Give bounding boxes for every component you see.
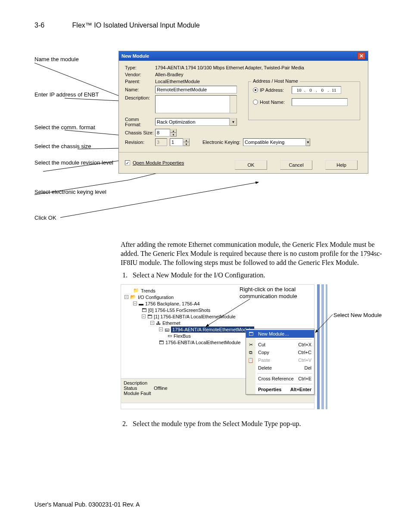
ctx-properties[interactable]: PropertiesAlt+Enter — [246, 386, 314, 393]
cut-icon: ✂ — [248, 342, 254, 348]
help-button[interactable]: Help — [325, 160, 358, 170]
ctx-delete[interactable]: DeleteDel — [246, 364, 314, 372]
cancel-button[interactable]: Cancel — [280, 160, 312, 170]
group-title: Address / Host Name — [251, 78, 300, 84]
callout-ip: Enter IP address of ENBT — [34, 91, 99, 98]
tree-node-backplane[interactable]: 1756 Backplane, 1756-A4 — [145, 301, 200, 306]
paste-icon: 📋 — [248, 357, 254, 363]
callout-name: Name the module — [34, 56, 79, 62]
tree-collapse-icon[interactable]: − — [142, 314, 146, 318]
tree-node-flexbus[interactable]: FlexBus — [174, 333, 191, 339]
step-1: 1. Select a New Module for the I/O Confi… — [134, 271, 388, 279]
callout-commfmt: Select the comm. format — [34, 124, 95, 131]
flexbus-icon: ▭ — [168, 333, 172, 339]
chevron-down-icon[interactable]: ▼ — [230, 118, 237, 126]
spin-up-icon[interactable]: ▲ — [183, 138, 190, 142]
label-chassis: Chassis Size: — [125, 130, 155, 135]
ctx-cut[interactable]: ✂ CutCtrl+X — [246, 341, 314, 348]
new-module-dialog: New Module ✕ Type: 1794-AENT/A 1794 10/1… — [118, 51, 368, 174]
tree-node-ioconfig[interactable]: I/O Configuration — [138, 295, 174, 300]
label-description: Description — [124, 380, 154, 386]
label-parent: Parent: — [125, 79, 155, 84]
svg-line-2 — [65, 130, 121, 135]
label-ip: IP Address: — [260, 87, 290, 93]
ctx-new-module[interactable]: 🗔 New Module… — [246, 330, 314, 338]
module-icon: 🗔 — [147, 314, 152, 319]
open-props-checkbox[interactable]: ✓ — [125, 160, 130, 165]
dialog-title: New Module — [121, 53, 149, 59]
ctx-copy[interactable]: ⧉ CopyCtrl+C — [246, 348, 314, 356]
rev-minor-spin[interactable]: ▲▼ — [170, 138, 190, 146]
controller-icon: 🗔 — [142, 308, 146, 313]
spin-down-icon[interactable]: ▼ — [183, 142, 190, 146]
backplane-icon: ▬ — [139, 301, 143, 306]
tree-node-ethernet[interactable]: Ethernet — [162, 320, 181, 326]
tree-node-l55[interactable]: [0] 1756-L55 ForScreenShots — [148, 308, 210, 313]
close-icon[interactable]: ✕ — [358, 53, 365, 59]
ethernet-icon: 🖧 — [156, 320, 161, 326]
label-description: Description: — [125, 95, 155, 100]
label-module-fault: Module Fault — [124, 391, 158, 396]
chassis-spin[interactable]: ▲▼ — [155, 129, 177, 137]
chevron-down-icon[interactable]: ▼ — [306, 138, 310, 146]
label-hostname: Host Name: — [260, 100, 290, 105]
commformat-combo[interactable]: ▼ — [155, 118, 237, 126]
callout-revision: Select the module revision level — [34, 159, 113, 166]
name-input[interactable] — [155, 86, 237, 93]
address-groupbox: Address / Host Name IP Address: 10. 0. 0… — [248, 81, 360, 120]
folder-open-icon: 📂 — [130, 294, 136, 300]
ctx-xref[interactable]: Cross ReferenceCtrl+E — [246, 375, 314, 383]
label-vendor: Vendor: — [125, 72, 155, 77]
label-name: Name: — [125, 87, 155, 92]
copy-icon: ⧉ — [248, 349, 254, 355]
value-type: 1794-AENT/A 1794 10/100 Mbps Ethernet Ad… — [155, 65, 362, 70]
tree-collapse-icon[interactable]: − — [125, 295, 128, 299]
ip-input[interactable]: 10. 0. 0. 11 — [292, 86, 341, 94]
dialog-titlebar: New Module ✕ — [119, 51, 368, 61]
value-status: Offline — [154, 386, 168, 391]
running-header: 3-6 Flex™ IO Isolated Universal Input Mo… — [34, 22, 381, 29]
label-commfmt: Comm Format: — [125, 117, 155, 127]
label-open-props: Open Module Properties — [133, 160, 184, 165]
radio-ip[interactable] — [253, 87, 258, 93]
label-status: Status — [124, 386, 154, 391]
page-footer: User's Manual Pub. 0300231-01 Rev. A — [34, 501, 381, 508]
label-type: Type: — [125, 65, 155, 70]
tree-collapse-icon[interactable]: − — [150, 321, 154, 325]
paragraph-after-dialog: After adding the remote Ethernet communi… — [121, 240, 388, 267]
value-vendor: Allen-Bradley — [155, 72, 362, 77]
label-revision: Revision: — [125, 140, 155, 145]
tree-node-aent-selected[interactable]: 1794-AENT/A RemoteEthernetModule — [171, 327, 254, 333]
page-title: Flex™ IO Isolated Universal Input Module — [72, 22, 200, 29]
ok-button[interactable]: OK — [235, 160, 267, 170]
tree-node-trends[interactable]: Trends — [141, 288, 156, 293]
spin-down-icon[interactable]: ▼ — [170, 133, 177, 137]
context-menu: 🗔 New Module… ✂ CutCtrl+X ⧉ CopyCtrl+C 📋… — [246, 329, 314, 395]
page-number: 3-6 — [34, 22, 44, 29]
tree-node-enbt2[interactable]: 1756-ENBT/A LocalEthernetModule — [165, 340, 240, 345]
radio-hostname[interactable] — [253, 100, 258, 105]
callout-ok: Click OK — [34, 215, 56, 221]
hostname-input[interactable] — [292, 98, 348, 106]
step-2: 2. Select the module type from the Selec… — [134, 420, 388, 428]
figure-new-module: Name the module Enter IP address of ENBT… — [34, 51, 379, 223]
callout-chassis: Select the chassis size — [34, 143, 91, 149]
ekey-combo[interactable]: ▼ — [243, 138, 308, 146]
tree-collapse-icon[interactable]: − — [133, 302, 137, 305]
adapter-icon: 🖴 — [165, 327, 169, 332]
tree-collapse-icon[interactable]: − — [159, 327, 163, 331]
decor-bars — [317, 284, 328, 409]
folder-icon: 📁 — [133, 288, 139, 293]
tree-node-enbt[interactable]: [1] 1756-ENBT/A LocalEthernetModule — [154, 314, 236, 319]
rev-major-input — [155, 138, 167, 146]
figure-tree-context: 📁Trends −📂I/O Configuration −▬1756 Backp… — [121, 284, 411, 411]
callout-ekey: Select electronic keying level — [34, 189, 106, 195]
ctx-paste: 📋 PasteCtrl+V — [246, 356, 314, 364]
callout-right-click: Right-click on the localcommunication mo… — [240, 286, 297, 299]
description-input[interactable] — [155, 95, 237, 113]
svg-line-7 — [60, 182, 258, 218]
new-module-icon: 🗔 — [248, 331, 254, 337]
module-icon: 🗔 — [159, 340, 164, 345]
spin-up-icon[interactable]: ▲ — [170, 129, 177, 133]
callout-select-new-module: Select New Module — [333, 312, 382, 318]
